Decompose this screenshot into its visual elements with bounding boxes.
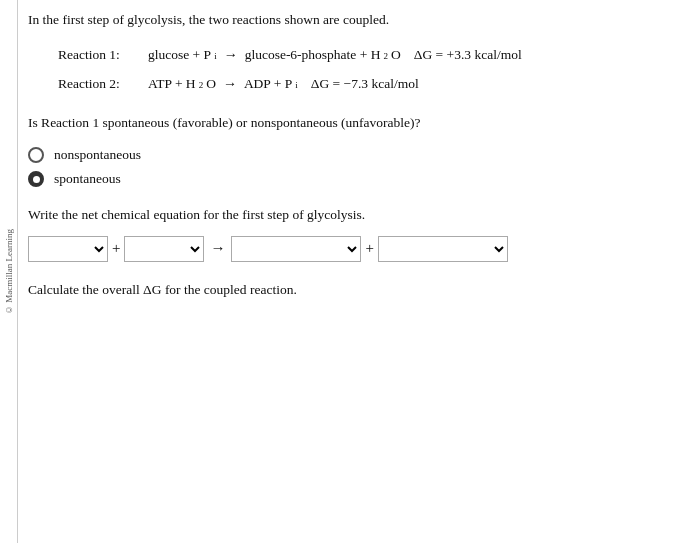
arrow-1: → — [224, 44, 238, 66]
eq-input-4[interactable] — [378, 236, 508, 262]
arrow-2: → — [223, 73, 237, 95]
reactions-block: Reaction 1: glucose + Pi → glucose-6-pho… — [58, 44, 682, 95]
eq-input-1[interactable] — [28, 236, 108, 262]
equation-inputs-row: + → + — [28, 236, 682, 262]
reaction-2-line: Reaction 2: ATP + H2O → ADP + Pi ΔG = −7… — [58, 73, 682, 95]
reaction-2-equation: ATP + H2O → ADP + Pi ΔG = −7.3 kcal/mol — [148, 73, 419, 95]
radio-nonspontaneous[interactable] — [28, 147, 44, 163]
label-spontaneous: spontaneous — [54, 171, 121, 187]
option-spontaneous[interactable]: spontaneous — [28, 171, 682, 187]
sidebar-label: © Macmillan Learning — [4, 229, 14, 315]
eq-arrow: → — [210, 240, 225, 257]
question-1-text: Is Reaction 1 spontaneous (favorable) or… — [28, 113, 682, 133]
reaction-1-line: Reaction 1: glucose + Pi → glucose-6-pho… — [58, 44, 682, 66]
reaction-2-label: Reaction 2: — [58, 73, 148, 95]
option-nonspontaneous[interactable]: nonspontaneous — [28, 147, 682, 163]
plus-sign-2: + — [365, 240, 373, 257]
sidebar: © Macmillan Learning — [0, 0, 18, 543]
reaction-1-label: Reaction 1: — [58, 44, 148, 66]
radio-group: nonspontaneous spontaneous — [28, 147, 682, 187]
radio-spontaneous[interactable] — [28, 171, 44, 187]
eq-input-2[interactable] — [124, 236, 204, 262]
question-3-text: Calculate the overall ΔG for the coupled… — [28, 280, 682, 300]
reaction-1-equation: glucose + Pi → glucose-6-phosphate + H2O… — [148, 44, 522, 66]
eq-input-3[interactable] — [231, 236, 361, 262]
reaction-2-delta-g: ΔG = −7.3 kcal/mol — [311, 73, 419, 95]
question-2-text: Write the net chemical equation for the … — [28, 205, 682, 225]
label-nonspontaneous: nonspontaneous — [54, 147, 141, 163]
plus-sign-1: + — [112, 240, 120, 257]
intro-text: In the first step of glycolysis, the two… — [28, 10, 682, 30]
reaction-1-delta-g: ΔG = +3.3 kcal/mol — [414, 44, 522, 66]
